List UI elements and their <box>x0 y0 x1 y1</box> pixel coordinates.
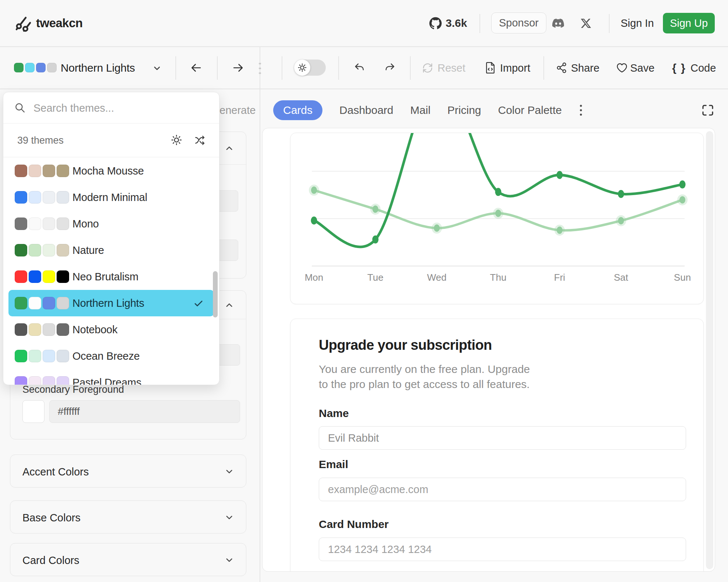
theme-option-label: Neo Brutalism <box>72 271 139 283</box>
toolbar-divider <box>338 56 339 80</box>
random-theme-shuffle-button[interactable] <box>195 134 207 146</box>
accordion-base-colors[interactable]: Base Colors <box>10 500 246 534</box>
toolbar-divider <box>410 56 411 80</box>
chevron-down-icon[interactable] <box>152 64 162 73</box>
preview-frame: MonTueWedThuFriSatSun Upgrade your subsc… <box>262 128 715 572</box>
svg-text:Thu: Thu <box>490 272 507 283</box>
theme-option-swatches <box>15 323 69 336</box>
chevron-up-icon <box>224 300 234 310</box>
card-number-label: Card Number <box>319 518 389 531</box>
theme-option-modern-minimal[interactable]: Modern Minimal <box>8 184 214 211</box>
discord-icon[interactable] <box>551 17 565 29</box>
toolbar-divider <box>543 56 544 80</box>
tab-pricing[interactable]: Pricing <box>447 104 481 116</box>
light-dark-toggle[interactable] <box>294 60 326 76</box>
tab-dashboard[interactable]: Dashboard <box>339 104 393 116</box>
theme-option-label: Northern Lights <box>72 297 144 309</box>
import-icon[interactable] <box>485 62 496 74</box>
email-input[interactable] <box>319 478 686 501</box>
sign-in-button[interactable]: Sign In <box>621 17 654 29</box>
card-number-input[interactable] <box>319 538 686 561</box>
save-heart-icon[interactable] <box>616 62 628 73</box>
header-divider <box>609 14 610 33</box>
fullscreen-icon[interactable] <box>701 103 715 117</box>
theme-search-input[interactable] <box>33 99 210 117</box>
github-icon[interactable] <box>429 17 442 30</box>
undo-button[interactable] <box>354 62 365 74</box>
svg-text:Sat: Sat <box>614 272 628 283</box>
history-forward-button[interactable] <box>232 62 244 74</box>
weekly-line-chart: MonTueWedThuFriSatSun <box>290 133 703 303</box>
redo-button[interactable] <box>384 62 396 74</box>
code-braces-icon[interactable]: { } <box>672 62 686 74</box>
tab-mail[interactable]: Mail <box>410 104 431 116</box>
header-divider <box>479 14 480 33</box>
accordion-label: Accent Colors <box>22 466 89 478</box>
theme-option-northern-lights[interactable]: Northern Lights <box>8 290 214 316</box>
email-label: Email <box>319 458 348 471</box>
chevron-down-icon <box>224 555 234 565</box>
x-twitter-icon[interactable] <box>580 18 592 29</box>
name-input[interactable] <box>319 426 686 450</box>
svg-text:Tue: Tue <box>367 272 383 283</box>
header: tweakcn 3.6k Sponsor Sign In Sign Up <box>0 0 728 47</box>
accordion-label: Card Colors <box>22 554 79 567</box>
more-tabs-icon[interactable] <box>579 104 583 116</box>
theme-option-swatches <box>15 350 69 362</box>
secondary-foreground-swatch[interactable] <box>22 400 44 423</box>
theme-option-swatches <box>15 244 69 256</box>
sponsor-button[interactable]: Sponsor <box>491 12 546 33</box>
theme-option-swatches <box>15 191 69 204</box>
accordion-label: Base Colors <box>22 512 81 524</box>
chevron-down-icon <box>224 467 234 477</box>
theme-option-notebook[interactable]: Notebook <box>8 316 214 343</box>
light-mode-filter-button[interactable] <box>171 134 182 146</box>
upgrade-subscription-card: Upgrade your subscription You are curren… <box>290 319 704 572</box>
theme-color-dot <box>25 63 35 72</box>
secondary-foreground-value-input[interactable] <box>49 400 240 423</box>
sign-up-button[interactable]: Sign Up <box>663 13 715 33</box>
generate-button-partial[interactable]: enerate <box>220 104 256 116</box>
toolbar: Northern Lights Reset Import Share Save … <box>0 47 728 89</box>
theme-color-dot <box>47 63 57 72</box>
theme-option-pastel-dreams[interactable]: Pastel Dreams <box>8 369 214 385</box>
reset-button[interactable]: Reset <box>438 62 465 74</box>
theme-option-swatches <box>15 165 69 177</box>
import-button[interactable]: Import <box>500 62 530 74</box>
history-back-button[interactable] <box>190 62 202 74</box>
preview-tabbar: CardsDashboardMailPricingColor Palette <box>273 100 583 121</box>
shuffle-icon <box>195 134 207 146</box>
brand-title: tweakcn <box>36 16 83 30</box>
upgrade-title: Upgrade your subscription <box>319 337 492 353</box>
theme-selector[interactable]: Northern Lights <box>61 62 135 74</box>
theme-option-nature[interactable]: Nature <box>8 237 214 263</box>
svg-text:Sun: Sun <box>674 272 691 283</box>
current-theme-swatches[interactable] <box>14 63 57 72</box>
theme-option-label: Modern Minimal <box>72 191 147 204</box>
preview-scrollbar-thumb[interactable] <box>706 131 713 569</box>
theme-option-mono[interactable]: Mono <box>8 211 214 237</box>
theme-option-swatches <box>15 376 69 385</box>
svg-text:Fri: Fri <box>554 272 565 283</box>
toggle-knob <box>294 60 310 76</box>
code-button[interactable]: Code <box>690 62 716 74</box>
theme-option-neo-brutalism[interactable]: Neo Brutalism <box>8 263 214 290</box>
theme-option-ocean-breeze[interactable]: Ocean Breeze <box>8 343 214 369</box>
theme-option-label: Mocha Mousse <box>72 165 144 177</box>
chevron-down-icon <box>224 513 234 522</box>
theme-option-mocha-mousse[interactable]: Mocha Mousse <box>8 158 214 184</box>
reset-icon[interactable] <box>422 62 433 73</box>
sun-icon <box>171 134 182 146</box>
tab-color-palette[interactable]: Color Palette <box>498 104 562 116</box>
save-button[interactable]: Save <box>630 62 654 74</box>
share-icon[interactable] <box>556 62 567 73</box>
accordion-accent-colors[interactable]: Accent Colors <box>10 455 246 488</box>
theme-option-swatches <box>15 270 69 283</box>
accordion-card-colors[interactable]: Card Colors <box>10 543 246 576</box>
dropdown-scrollbar-thumb[interactable] <box>213 271 218 317</box>
tab-cards[interactable]: Cards <box>273 100 322 120</box>
share-button[interactable]: Share <box>571 62 599 74</box>
search-icon <box>14 102 25 113</box>
github-star-count[interactable]: 3.6k <box>446 17 467 29</box>
toolbar-divider <box>217 56 218 80</box>
